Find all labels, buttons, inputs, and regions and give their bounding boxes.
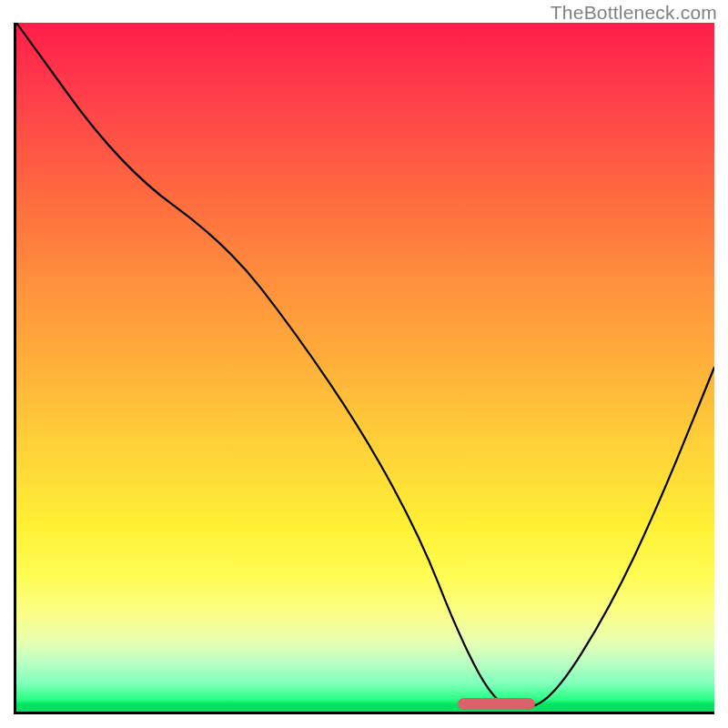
bottleneck-gradient-background xyxy=(16,23,714,712)
chart-frame xyxy=(14,23,714,714)
optimal-range-marker xyxy=(458,698,535,710)
watermark-text: TheBottleneck.com xyxy=(551,2,717,24)
plot-area xyxy=(14,23,714,714)
